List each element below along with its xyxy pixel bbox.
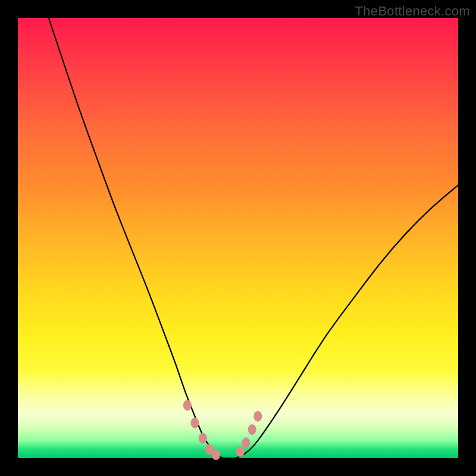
curve-layer: [18, 18, 458, 458]
highlight-dot: [190, 418, 199, 428]
highlight-dot: [248, 424, 256, 435]
highlight-dot: [253, 411, 262, 422]
highlight-dot: [242, 437, 250, 448]
chart-frame: TheBottleneck.com: [0, 0, 476, 476]
watermark-text: TheBottleneck.com: [355, 4, 470, 19]
plot-area: [18, 18, 458, 458]
highlight-dots: [183, 400, 262, 460]
highlight-dot: [183, 400, 192, 411]
bottleneck-curve: [49, 18, 458, 458]
highlight-dot: [199, 433, 207, 444]
highlight-dot: [212, 449, 220, 460]
highlight-dot: [236, 446, 245, 457]
